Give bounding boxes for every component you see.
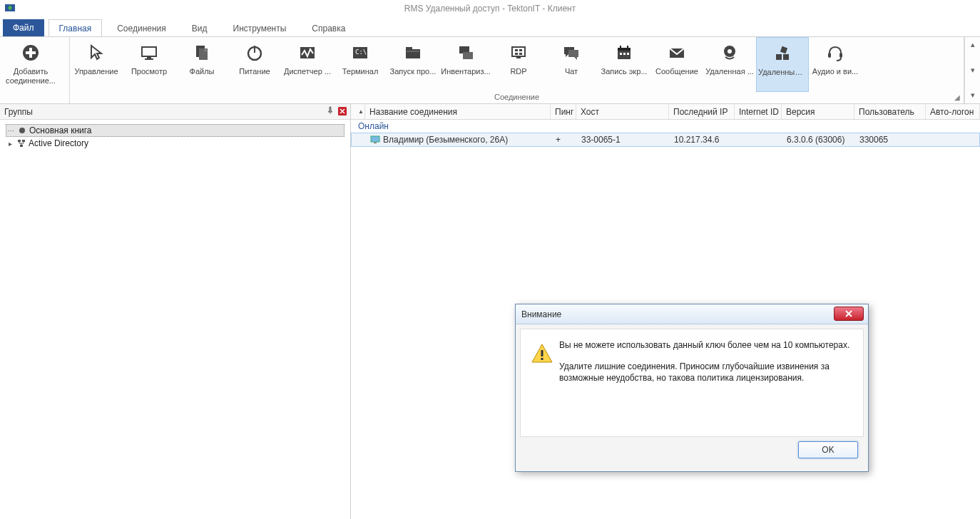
svg-rect-28 xyxy=(627,46,628,49)
col-autologon[interactable]: Авто-логон xyxy=(926,104,980,119)
ribbon: Добавить соединение... Управление Просмо… xyxy=(0,37,980,104)
dialog-line2: Удалите лишние соединения. Приносим глуб… xyxy=(559,361,853,384)
tab-help[interactable]: Справка xyxy=(301,19,356,36)
svg-rect-18 xyxy=(463,52,473,59)
ribbon-tabs: Файл Главная Соединения Вид Инструменты … xyxy=(0,17,980,37)
message-button[interactable]: Сообщение xyxy=(650,37,703,92)
dialog-body: Вы не можете использовать данный ключ бо… xyxy=(520,329,864,437)
ribbon-scroll-up-icon[interactable]: ▴ xyxy=(968,40,978,50)
terminal-icon: C:\ xyxy=(349,43,372,63)
expander-icon[interactable]: ▸ xyxy=(6,140,14,148)
grid-header: ▲ Название соединения Пинг Хост Последни… xyxy=(351,104,980,120)
taskmgr-button[interactable]: Диспетчер ... xyxy=(281,37,334,92)
inventory-button[interactable]: Инвентариз... xyxy=(439,37,492,92)
col-name[interactable]: Название соединения xyxy=(365,104,551,119)
network-icon xyxy=(16,138,27,149)
calendar-icon xyxy=(613,43,636,63)
view-button[interactable]: Просмотр xyxy=(123,37,175,92)
svg-rect-31 xyxy=(627,53,629,55)
col-lastip[interactable]: Последний IP xyxy=(669,104,735,119)
tree-label: Основная книга xyxy=(29,125,92,135)
terminal-label: Терминал xyxy=(341,67,380,76)
tree-item-main-book[interactable]: ⋯ Основная книга xyxy=(6,124,344,137)
groups-title: Группы xyxy=(4,107,33,117)
tab-tools[interactable]: Инструменты xyxy=(223,19,297,36)
control-label: Управление xyxy=(73,67,119,76)
table-row[interactable]: Владимир (Безыменского, 26А) + 33-0065-1… xyxy=(351,133,980,147)
ok-button[interactable]: OK xyxy=(798,441,858,458)
svg-rect-46 xyxy=(374,143,377,143)
terminal-button[interactable]: C:\ Терминал xyxy=(334,37,387,92)
cursor-icon xyxy=(85,43,108,63)
svg-rect-42 xyxy=(18,140,21,142)
power-button[interactable]: Питание xyxy=(228,37,281,92)
svg-rect-19 xyxy=(512,47,525,56)
rdp-button[interactable]: RDP xyxy=(492,37,545,92)
rdp-icon xyxy=(507,43,530,63)
svg-rect-48 xyxy=(541,358,543,360)
svg-rect-14 xyxy=(406,49,420,58)
col-ping[interactable]: Пинг xyxy=(551,104,576,119)
svg-rect-22 xyxy=(515,53,518,55)
svg-rect-29 xyxy=(620,53,622,55)
webcam-icon xyxy=(718,43,741,63)
record-button[interactable]: Запись экр... xyxy=(598,37,650,92)
remote-cam-button[interactable]: Удаленная ... xyxy=(703,37,756,92)
audiovideo-button[interactable]: Аудио и ви... xyxy=(809,37,862,92)
add-connection-button[interactable]: Добавить соединение... xyxy=(0,37,61,92)
chat-button[interactable]: Чат xyxy=(545,37,598,92)
dialog-title: Внимание xyxy=(521,309,561,319)
group-popup-icon[interactable]: ◢ xyxy=(954,93,961,100)
dialog-titlebar[interactable]: Внимание xyxy=(516,304,868,324)
svg-point-34 xyxy=(728,49,732,53)
col-host[interactable]: Хост xyxy=(576,104,669,119)
svg-rect-38 xyxy=(828,53,831,58)
control-button[interactable]: Управление xyxy=(70,37,123,92)
svg-rect-15 xyxy=(406,47,412,50)
files-button[interactable]: Файлы xyxy=(175,37,228,92)
titlebar: RMS Удаленный доступ - TektonIT - Клиент xyxy=(0,0,980,17)
run-button[interactable]: Запуск про... xyxy=(387,37,439,92)
monitor-small-icon xyxy=(370,135,380,144)
cell-ping: + xyxy=(551,135,577,145)
cell-user: 330065 xyxy=(855,135,927,145)
svg-rect-24 xyxy=(516,57,521,58)
add-connection-label: Добавить соединение... xyxy=(4,67,57,86)
dialog-close-button[interactable] xyxy=(834,307,864,321)
remote-button[interactable]: Удаленный ... xyxy=(756,37,809,92)
taskmgr-label: Диспетчер ... xyxy=(282,67,332,76)
group-row-online[interactable]: Онлайн xyxy=(351,120,980,133)
folder-run-icon xyxy=(402,43,424,63)
svg-rect-26 xyxy=(618,48,631,51)
pin-icon[interactable] xyxy=(326,106,335,115)
file-tab[interactable]: Файл xyxy=(3,19,44,36)
power-icon xyxy=(243,43,266,63)
svg-rect-5 xyxy=(147,57,151,58)
cell-lastip: 10.217.34.6 xyxy=(670,135,735,145)
ribbon-scroll-down-icon[interactable]: ▾ xyxy=(968,66,978,76)
col-internetid[interactable]: Internet ID xyxy=(735,104,782,119)
col-user[interactable]: Пользователь xyxy=(854,104,926,119)
svg-rect-43 xyxy=(22,140,25,142)
tab-connections[interactable]: Соединения xyxy=(106,19,177,36)
tab-main[interactable]: Главная xyxy=(49,19,103,36)
ribbon-expand-icon[interactable]: ▾ xyxy=(968,91,978,101)
tab-view[interactable]: Вид xyxy=(181,19,218,36)
svg-rect-27 xyxy=(620,46,621,49)
tree-item-ad[interactable]: ▸ Active Directory xyxy=(6,137,344,150)
audiovideo-label: Аудио и ви... xyxy=(811,67,859,76)
shapes-icon xyxy=(771,43,794,63)
col-checkbox[interactable]: ▲ xyxy=(351,104,365,119)
expander-icon[interactable]: ⋯ xyxy=(6,127,15,135)
app-icon xyxy=(4,3,16,14)
inventory-label: Инвентариз... xyxy=(439,67,491,76)
col-version[interactable]: Версия xyxy=(782,104,854,119)
close-pane-icon[interactable] xyxy=(337,106,347,116)
close-icon xyxy=(844,309,853,318)
warning-icon xyxy=(531,339,559,426)
sort-arrow-icon: ▲ xyxy=(358,108,364,115)
message-label: Сообщение xyxy=(654,67,700,76)
svg-point-41 xyxy=(19,128,25,133)
svg-rect-36 xyxy=(783,54,789,60)
tree-label: Active Directory xyxy=(29,138,88,148)
